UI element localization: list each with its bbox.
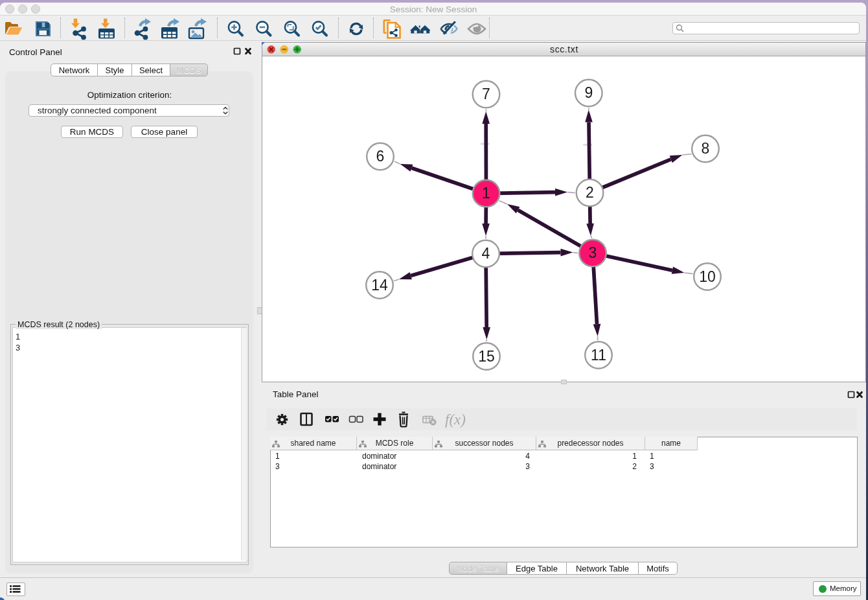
svg-text:7: 7	[482, 86, 490, 102]
svg-text:15: 15	[478, 348, 495, 365]
svg-text:6: 6	[376, 148, 384, 165]
svg-text:1: 1	[482, 185, 490, 202]
svg-text:9: 9	[584, 84, 593, 101]
svg-text:14: 14	[371, 277, 388, 294]
svg-text:f(x): f(x)	[445, 411, 466, 428]
svg-text:4: 4	[481, 245, 490, 262]
svg-text:3: 3	[588, 244, 597, 261]
svg-text:11: 11	[591, 347, 606, 363]
svg-text:2: 2	[586, 184, 594, 201]
svg-text:10: 10	[699, 268, 716, 285]
svg-text:8: 8	[701, 140, 709, 157]
